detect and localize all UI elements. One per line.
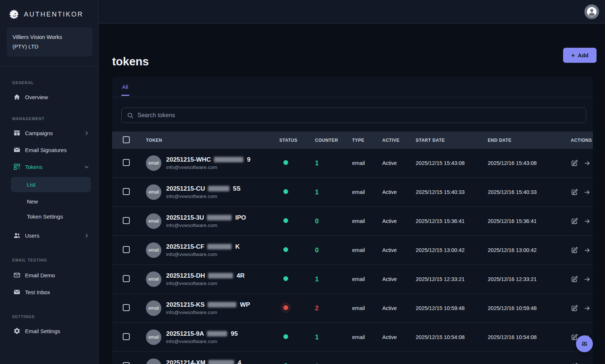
- start-date: 2025/12/15 10:59:48: [410, 305, 482, 311]
- row-checkbox[interactable]: [123, 333, 130, 340]
- row-checkbox[interactable]: [123, 362, 130, 364]
- sidebar-item-users[interactable]: Users: [0, 227, 98, 244]
- sidebar-item-email-signatures[interactable]: Email Signatures: [0, 141, 98, 158]
- edit-icon[interactable]: [571, 189, 578, 196]
- row-checkbox[interactable]: [123, 246, 130, 253]
- token-active: Active: [377, 218, 410, 224]
- edit-icon[interactable]: [571, 218, 578, 225]
- token-type: email: [347, 218, 377, 224]
- add-button-label: Add: [578, 52, 588, 58]
- open-arrow-icon[interactable]: [584, 247, 591, 254]
- sidebar-item-test-inbox[interactable]: Test Inbox: [0, 284, 98, 300]
- sidebar-item-overview[interactable]: Overview: [0, 89, 98, 105]
- add-button[interactable]: + Add: [563, 48, 597, 63]
- open-arrow-icon[interactable]: [584, 305, 591, 312]
- token-email: info@vvwsoftware.com: [166, 223, 246, 228]
- table-row[interactable]: email 20251215-9A95 info@vvwsoftware.com…: [112, 323, 593, 352]
- org-selector[interactable]: Villiers Vision Works (PTY) LTD: [7, 27, 92, 57]
- open-arrow-icon[interactable]: [584, 189, 591, 196]
- sidebar-subitem-new[interactable]: New: [0, 194, 98, 209]
- open-arrow-icon[interactable]: [584, 276, 591, 283]
- counter-value: 1: [315, 188, 319, 196]
- end-date: 2025/12/16 15:43:08: [482, 160, 568, 166]
- sidebar: AUTHENTIKOR Villiers Vision Works (PTY) …: [0, 0, 99, 364]
- sidebar-item-email-settings[interactable]: Email Settings: [0, 322, 98, 339]
- sidebar-item-label: Email Demo: [25, 272, 55, 278]
- table-row[interactable]: email 20251215-KSWP info@vvwsoftware.com…: [112, 294, 593, 323]
- token-type-avatar: email: [146, 213, 161, 229]
- redacted-text: [208, 273, 233, 278]
- token-email: info@vvwsoftware.com: [166, 165, 250, 170]
- tab-all[interactable]: All: [121, 79, 129, 96]
- table-row[interactable]: email 20251215-DH4R info@vvwsoftware.com…: [112, 265, 593, 294]
- redacted-text: [208, 360, 234, 364]
- col-token: TOKEN: [135, 138, 274, 143]
- status-dot: [283, 189, 288, 194]
- inbox-envelope-icon: [13, 288, 21, 296]
- row-checkbox[interactable]: [123, 159, 130, 166]
- token-type-avatar: email: [146, 358, 161, 364]
- start-date: 2025/12/15 12:33:21: [410, 276, 482, 282]
- tokens-panel: All TOKEN STATUS COUNTER TYPE ACTIVE STA…: [112, 77, 593, 364]
- token-name-prefix: 20251215-DH: [166, 272, 205, 279]
- col-end-date: END DATE: [482, 138, 568, 143]
- row-checkbox[interactable]: [123, 275, 130, 282]
- redacted-text: [207, 331, 227, 336]
- sidebar-item-label: List: [27, 181, 35, 188]
- table-row[interactable]: email 20251215-CFK info@vvwsoftware.com …: [112, 236, 593, 265]
- end-date: 2025/12/16 13:00:42: [482, 247, 568, 253]
- token-name-prefix: 20251215-9A: [166, 330, 204, 337]
- sidebar-item-email-demo[interactable]: Email Demo: [0, 267, 98, 284]
- token-name-suffix: 4: [238, 359, 241, 364]
- user-avatar-icon[interactable]: [584, 4, 599, 19]
- row-checkbox[interactable]: [123, 304, 130, 311]
- row-checkbox[interactable]: [123, 188, 130, 195]
- end-date: 2025/12/16 15:36:41: [482, 218, 568, 224]
- filter-sliders-icon: [580, 340, 588, 348]
- chevron-right-icon: [84, 233, 89, 238]
- table-row[interactable]: email 20251215-WHC9 info@vvwsoftware.com…: [112, 149, 593, 178]
- table-row[interactable]: email 20251215-CU5S info@vvwsoftware.com…: [112, 178, 593, 207]
- token-type: email: [347, 189, 377, 195]
- table-row[interactable]: email 20251215-3UIPO info@vvwsoftware.co…: [112, 207, 593, 236]
- token-name-suffix: WP: [240, 301, 250, 308]
- sidebar-item-campaigns[interactable]: Campaigns: [0, 125, 98, 141]
- edit-icon[interactable]: [571, 305, 578, 312]
- users-icon: [13, 232, 21, 239]
- edit-icon[interactable]: [571, 276, 578, 283]
- token-type-avatar: email: [146, 242, 161, 258]
- token-name: 20251215-CFK: [166, 243, 240, 251]
- table-row[interactable]: email 20251214-XM4 info@vvwsoftware.com …: [112, 352, 593, 364]
- section-management: MANAGEMENT: [0, 116, 98, 121]
- page-title: tokens: [112, 55, 149, 68]
- sidebar-item-label: New: [27, 198, 38, 205]
- filter-fab-button[interactable]: [576, 335, 593, 352]
- edit-icon[interactable]: [571, 160, 578, 167]
- end-date: 2025/12/16 10:54:08: [482, 334, 568, 340]
- open-arrow-icon[interactable]: [584, 218, 591, 225]
- token-active: Active: [377, 305, 410, 311]
- search-input[interactable]: [137, 112, 581, 119]
- sidebar-subitem-token-settings[interactable]: Token Settings: [0, 209, 98, 224]
- sidebar-item-label: Users: [25, 233, 39, 239]
- token-name: 20251215-3UIPO: [166, 214, 246, 221]
- col-status: STATUS: [274, 138, 309, 143]
- row-checkbox[interactable]: [123, 217, 130, 224]
- main-content: tokens + Add All TOKEN STATUS COUNTER TY…: [99, 24, 605, 364]
- token-name-prefix: 20251215-CU: [166, 185, 205, 192]
- token-type: email: [347, 305, 377, 311]
- sidebar-subitem-list[interactable]: List: [11, 177, 91, 192]
- col-actions: ACTIONS: [568, 138, 593, 143]
- start-date: 2025/12/15 15:40:33: [410, 189, 482, 195]
- token-name-prefix: 20251215-KS: [166, 301, 205, 308]
- open-arrow-icon[interactable]: [584, 363, 591, 364]
- sidebar-item-tokens[interactable]: Tokens: [0, 158, 98, 175]
- token-type: email: [347, 334, 377, 340]
- token-active: Active: [377, 334, 410, 340]
- select-all-checkbox[interactable]: [123, 136, 130, 143]
- token-type-avatar: email: [146, 271, 161, 287]
- start-date: 2025/12/15 15:36:41: [410, 218, 482, 224]
- edit-icon[interactable]: [571, 247, 578, 254]
- open-arrow-icon[interactable]: [584, 160, 591, 167]
- edit-icon[interactable]: [571, 363, 578, 364]
